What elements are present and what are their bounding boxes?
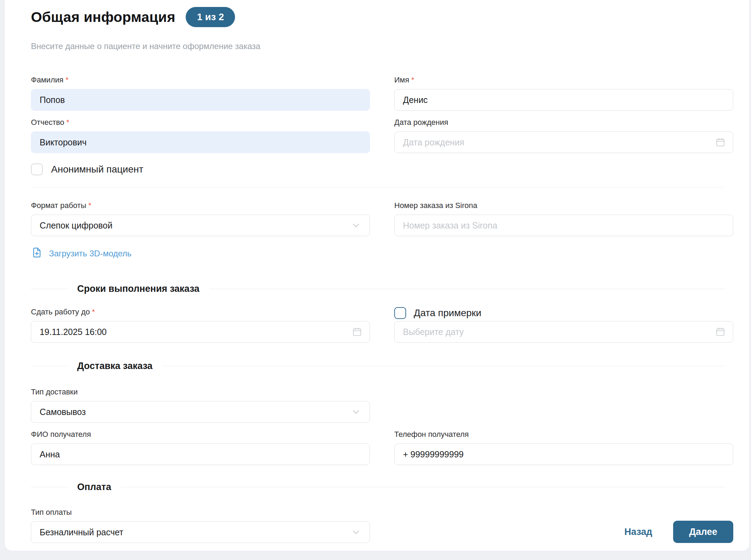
- last-name-label: Фамилия*: [31, 75, 370, 85]
- chevron-down-icon: [350, 219, 362, 231]
- patronymic-birthdate-row: Отчество* Дата рождения: [31, 118, 725, 153]
- recipient-name-field: ФИО получателя: [31, 430, 370, 465]
- anonymous-patient-label: Анонимный пациент: [51, 164, 143, 175]
- first-name-input[interactable]: [394, 89, 733, 111]
- page-subtitle: Внесите данные о пациенте и начните офор…: [31, 41, 725, 51]
- fitting-date-input-wrap: [394, 321, 733, 343]
- recipient-row: ФИО получателя Телефон получателя: [31, 430, 725, 465]
- middle-name-input[interactable]: [31, 131, 370, 153]
- upload-3d-model-label: Загрузить 3D-модель: [49, 249, 131, 258]
- deadline-row: Сдать работу до* Дата примерки: [31, 307, 725, 343]
- payment-type-select[interactable]: Безналичный расчет: [31, 521, 370, 543]
- sirona-order-label: Номер заказа из Sirona: [394, 201, 733, 210]
- section-payment: Оплата: [31, 481, 725, 493]
- birth-date-input-wrap: [394, 131, 733, 153]
- delivery-type-row: Тип доставки Самовывоз: [31, 387, 725, 423]
- fitting-date-label: Дата примерки: [414, 307, 481, 319]
- payment-type-field: Тип оплаты Безналичный расчет: [31, 507, 370, 543]
- sirona-order-input[interactable]: [394, 215, 733, 236]
- delivery-type-select[interactable]: Самовывоз: [31, 401, 370, 423]
- calendar-icon[interactable]: [715, 137, 726, 147]
- fitting-date-head: Дата примерки: [394, 307, 733, 319]
- title-row: Общая информация 1 из 2: [31, 7, 725, 27]
- recipient-name-input[interactable]: [31, 443, 370, 465]
- chevron-down-icon: [350, 526, 362, 538]
- back-button[interactable]: Назад: [624, 527, 652, 537]
- work-format-value: Слепок цифровой: [40, 221, 112, 231]
- birth-date-field: Дата рождения: [394, 118, 733, 153]
- middle-name-field: Отчество*: [31, 118, 370, 153]
- chevron-down-icon: [350, 406, 362, 418]
- first-name-label: Имя*: [394, 75, 733, 85]
- due-date-input[interactable]: [31, 321, 370, 343]
- sirona-order-field: Номер заказа из Sirona: [394, 201, 733, 236]
- delivery-type-value: Самовывоз: [40, 407, 86, 417]
- last-name-field: Фамилия*: [31, 75, 370, 111]
- middle-name-label: Отчество*: [31, 118, 370, 127]
- fitting-date-field: Дата примерки: [394, 307, 733, 343]
- anonymous-patient-row: Анонимный пациент: [31, 163, 725, 175]
- work-format-select[interactable]: Слепок цифровой: [31, 215, 370, 236]
- work-format-row: Формат работы* Слепок цифровой Номер зак…: [31, 201, 725, 236]
- calendar-icon[interactable]: [715, 327, 726, 337]
- payment-type-value: Безналичный расчет: [40, 527, 123, 537]
- delivery-type-label: Тип доставки: [31, 387, 370, 397]
- birth-date-input[interactable]: [394, 131, 733, 153]
- work-format-field: Формат работы* Слепок цифровой: [31, 201, 370, 236]
- section-delivery: Доставка заказа: [31, 360, 725, 372]
- section-payment-title: Оплата: [77, 481, 111, 493]
- work-format-label: Формат работы*: [31, 201, 370, 210]
- delivery-type-field: Тип доставки Самовывоз: [31, 387, 370, 423]
- section-terms: Сроки выполнения заказа: [31, 283, 725, 295]
- required-marker: *: [411, 75, 414, 84]
- file-plus-icon: [31, 247, 43, 261]
- first-name-field: Имя*: [394, 75, 733, 111]
- due-date-field: Сдать работу до*: [31, 307, 370, 343]
- step-badge: 1 из 2: [186, 7, 235, 27]
- last-name-input[interactable]: [31, 89, 370, 111]
- next-button[interactable]: Далее: [673, 521, 733, 543]
- recipient-phone-label: Телефон получателя: [394, 430, 733, 439]
- section-delivery-title: Доставка заказа: [77, 360, 153, 372]
- upload-3d-model-link[interactable]: Загрузить 3D-модель: [31, 247, 131, 261]
- anonymous-patient-checkbox[interactable]: [31, 163, 43, 175]
- calendar-icon[interactable]: [352, 327, 362, 337]
- footer-actions: Назад Далее: [394, 521, 733, 543]
- birth-date-label: Дата рождения: [394, 118, 733, 127]
- section-terms-title: Сроки выполнения заказа: [77, 283, 200, 295]
- divider: [31, 187, 725, 187]
- page-title: Общая информация: [31, 7, 175, 27]
- required-marker: *: [92, 307, 95, 316]
- payment-type-label: Тип оплаты: [31, 507, 370, 517]
- fitting-date-input[interactable]: [394, 321, 733, 343]
- recipient-phone-field: Телефон получателя: [394, 430, 733, 465]
- required-marker: *: [88, 201, 91, 210]
- due-date-label: Сдать работу до*: [31, 307, 370, 317]
- required-marker: *: [65, 75, 68, 84]
- recipient-phone-input[interactable]: [394, 443, 733, 465]
- due-date-input-wrap: [31, 321, 370, 343]
- name-row: Фамилия* Имя*: [31, 75, 725, 111]
- general-info-card: Общая информация 1 из 2 Внесите данные о…: [5, 0, 749, 551]
- payment-row: Тип оплаты Безналичный расчет Назад Дале…: [31, 507, 725, 543]
- recipient-name-label: ФИО получателя: [31, 430, 370, 439]
- required-marker: *: [66, 118, 70, 127]
- fitting-date-checkbox[interactable]: [394, 307, 406, 319]
